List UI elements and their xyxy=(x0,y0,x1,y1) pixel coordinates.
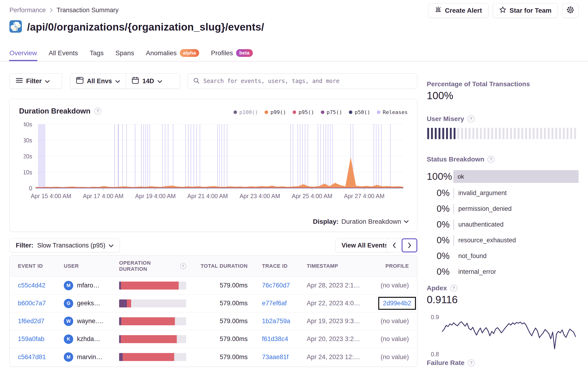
next-page-button[interactable] xyxy=(402,238,417,252)
transactions-filter-dropdown[interactable]: Filter: Slow Transactions (p95) xyxy=(10,238,120,252)
misery-tick xyxy=(514,128,516,139)
display-dropdown[interactable]: Duration Breakdown xyxy=(341,218,409,225)
help-icon[interactable]: ? xyxy=(467,115,474,122)
date-range-dropdown[interactable]: 14D xyxy=(126,74,168,89)
settings-button[interactable] xyxy=(562,3,578,18)
trace-id-cell: f61d38c4 xyxy=(262,335,307,343)
focused-element-box: 2d99e4b2 xyxy=(378,297,416,310)
trace-id-link[interactable]: 1b2a759a xyxy=(262,318,290,325)
view-all-events-button[interactable]: View All Events xyxy=(335,238,395,252)
trace-id-link[interactable]: 73aae81f xyxy=(262,353,289,360)
status-zero-bar xyxy=(453,235,454,246)
op-segment-purple xyxy=(119,353,123,361)
status-percent: 0% xyxy=(427,219,450,230)
timestamp-cell: Apr 19, 2023 9:3… xyxy=(307,318,377,325)
profile-no-value: (no value) xyxy=(381,282,409,289)
help-icon[interactable]: ? xyxy=(468,359,475,366)
status-name: not_found xyxy=(458,252,487,260)
misery-tick xyxy=(491,128,493,139)
events-table-body: c55c4d42Mmfaro…579.00ms76c760d7Apr 28, 2… xyxy=(10,277,417,366)
legend-item-p75[interactable]: p75() xyxy=(321,109,342,115)
create-alert-button[interactable]: Create Alert xyxy=(428,3,488,18)
star-for-team-button[interactable]: Star for Team xyxy=(493,3,558,18)
misery-tick xyxy=(540,128,542,139)
column-header-total-duration: TOTAL DURATION xyxy=(186,263,248,269)
legend-item-releases[interactable]: Releases xyxy=(377,109,408,115)
previous-page-button[interactable] xyxy=(386,238,402,252)
event-id-link[interactable]: b600c7a7 xyxy=(18,300,46,307)
status-percent: 100% xyxy=(427,171,450,182)
legend-dot xyxy=(321,110,324,114)
help-icon[interactable]: ? xyxy=(487,156,494,163)
main-column: Filter All Envs 14D xyxy=(10,0,417,369)
date-range-label: 14D xyxy=(142,78,154,85)
legend-label: p75() xyxy=(327,109,342,115)
status-zero-bar xyxy=(453,251,454,261)
table-row: c55c4d42Mmfaro…579.00ms76c760d7Apr 28, 2… xyxy=(10,277,417,295)
help-icon[interactable]: ? xyxy=(94,108,101,115)
misery-tick xyxy=(457,128,459,139)
apdex-sparkline-chart: 0.90.8 xyxy=(427,310,578,359)
status-zero-bar xyxy=(453,188,454,198)
table-row: 159a0fabKkzhda…579.00msf61d38c4Apr 20, 2… xyxy=(10,330,417,348)
status-bar-area: resource_exhausted xyxy=(453,235,578,246)
event-id-link[interactable]: 1f6ed2d7 xyxy=(18,318,44,325)
trace-id-cell: 76c760d7 xyxy=(262,282,307,289)
status-zero-bar xyxy=(453,219,454,230)
event-id-link[interactable]: c5647d81 xyxy=(18,353,46,360)
event-id-link[interactable]: c55c4d42 xyxy=(18,282,45,289)
total-duration-cell: 579.00ms xyxy=(186,300,248,307)
create-alert-label: Create Alert xyxy=(445,7,482,14)
misery-tick xyxy=(446,128,448,139)
trace-id-link[interactable]: 76c760d7 xyxy=(262,282,290,289)
help-icon[interactable]: ? xyxy=(180,263,186,269)
misery-tick xyxy=(533,128,535,139)
svg-text:0: 0 xyxy=(29,185,32,191)
column-header-label: USER xyxy=(64,263,79,269)
trace-id-link[interactable]: f61d38c4 xyxy=(262,335,288,342)
total-duration-cell: 579.00ms xyxy=(186,335,248,343)
misery-tick xyxy=(563,128,565,139)
trace-id-link[interactable]: e77ef6af xyxy=(262,300,287,307)
star-icon xyxy=(499,6,506,15)
legend-dot xyxy=(233,110,237,114)
misery-tick xyxy=(476,128,478,139)
misery-tick xyxy=(435,128,437,139)
chart-legend: p100()p99()p95()p75()p50()Releases xyxy=(233,109,408,115)
environment-dropdown[interactable]: All Envs xyxy=(70,74,126,89)
legend-item-p100[interactable]: p100() xyxy=(233,109,258,115)
legend-item-p95[interactable]: p95() xyxy=(293,109,314,115)
filter-dropdown[interactable]: Filter xyxy=(10,73,62,89)
status-percent: 0% xyxy=(427,204,450,214)
misery-tick xyxy=(484,128,486,139)
svg-text:Apr 27 4:00 AM: Apr 27 4:00 AM xyxy=(344,193,384,199)
misery-tick xyxy=(465,128,467,139)
search-input[interactable] xyxy=(203,78,412,84)
trace-id-cell: 73aae81f xyxy=(262,353,307,361)
environment-period-group: All Envs 14D xyxy=(70,73,180,89)
search-bar[interactable] xyxy=(188,73,417,89)
view-all-events-label: View All Events xyxy=(342,242,388,249)
misery-tick xyxy=(521,128,523,139)
user-name: kzhda… xyxy=(77,335,100,343)
status-percent: 0% xyxy=(427,235,450,245)
legend-label: Releases xyxy=(383,109,408,115)
event-id-link[interactable]: 159a0fab xyxy=(18,335,44,342)
svg-text:Apr 15 4:00 AM: Apr 15 4:00 AM xyxy=(31,193,71,199)
svg-text:10s: 10s xyxy=(24,169,32,176)
gear-icon xyxy=(566,6,574,16)
profile-link[interactable]: 2d99e4b2 xyxy=(383,300,411,307)
help-icon[interactable]: ? xyxy=(450,285,457,292)
avatar: M xyxy=(64,281,73,290)
status-row-unauthenticated: 0%unauthenticated xyxy=(427,217,578,232)
display-value: Duration Breakdown xyxy=(341,218,401,225)
legend-item-p99[interactable]: p99() xyxy=(265,109,286,115)
profile-cell: 2d99e4b2 xyxy=(377,297,409,310)
misery-tick xyxy=(536,128,538,139)
total-duration-cell: 579.00ms xyxy=(186,353,248,361)
total-duration-cell: 579.00ms xyxy=(186,318,248,325)
timestamp-cell: Apr 22, 2023 4:0… xyxy=(307,300,377,307)
misery-tick xyxy=(469,128,471,139)
legend-item-p50[interactable]: p50() xyxy=(349,109,370,115)
status-breakdown-title: Status Breakdown ? xyxy=(427,156,494,163)
